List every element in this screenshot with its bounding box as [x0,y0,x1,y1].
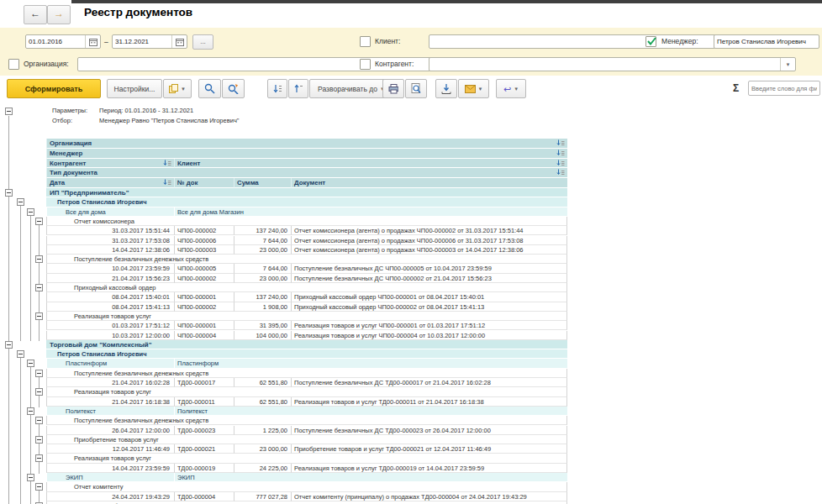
cell-sum[interactable]: 23 000,00 [234,274,291,283]
cell-date[interactable]: 08.04.2017 15:41:13 [46,302,174,312]
search-button[interactable] [198,79,221,98]
report-row[interactable]: Приобретение товаров услуг [0,435,822,444]
cell-sum[interactable]: 24 225,00 [234,464,291,473]
cell-docnum[interactable]: ЧП00-000001 [174,292,234,302]
header-manager[interactable]: Менеджер [46,149,567,159]
header-client[interactable]: Клиент [174,159,567,169]
expand-to-dropdown[interactable]: Разворачивать до▼ [309,79,393,98]
cell-document[interactable]: Приходный кассовый ордер ЧП00-000001 от … [291,292,567,302]
cell-date[interactable]: 01.03.2017 17:51:12 [46,321,174,330]
contragent-combobox[interactable]: ▾ [429,57,796,71]
tree-collapse-box[interactable] [27,407,34,415]
cell-group-label[interactable]: Поступление безналичных денежных средств [46,255,567,264]
save-button[interactable] [435,79,457,98]
sort-icon[interactable] [556,169,565,178]
cell-contragent-group[interactable]: Пластинформ [46,359,174,368]
collapse-rows-button[interactable] [288,79,308,98]
generate-button[interactable]: Сформировать [7,79,101,98]
report-row[interactable]: 31.03.2017 17:53:08ЧП00-0000067 644,00От… [0,236,822,245]
header-document[interactable]: Документ [291,178,567,188]
cell-docnum[interactable]: ТД00-000023 [174,426,234,435]
cell-document[interactable]: Приобретение товаров и услуг ТД00-000021… [291,444,567,454]
forward-button[interactable]: → [47,5,71,24]
report-row[interactable]: Торговый дом "Комплексный" [0,340,822,349]
cell-sum[interactable]: 23 000,00 [234,245,291,255]
report-row[interactable]: 01.03.2017 17:51:12ЧП00-00000131 395,00Р… [0,321,822,330]
date-to-field[interactable]: 31.12.2021 [112,34,187,49]
settings-button[interactable]: Настройки... [107,79,162,98]
cell-document[interactable]: Поступление безналичных ДС ЧП00-000002 о… [291,274,567,283]
header-docnum[interactable]: № док [174,178,234,188]
report-row[interactable]: Отчет комитенту [0,482,822,491]
cell-sum[interactable]: 104 000,00 [234,331,291,340]
cell-document[interactable]: Отчет комиссионера (агента) о продажах Ч… [291,236,567,245]
cell-group-label[interactable]: Петров Станислав Игоревич [46,349,567,359]
tree-collapse-box[interactable] [5,189,13,197]
report-row[interactable]: Реализация товаров услуг [0,387,822,396]
cell-docnum[interactable]: ЧП00-000005 [174,264,234,273]
cell-group-label[interactable]: Поступление безналичных денежных средств [46,369,567,378]
cell-date[interactable]: 21.04.2017 16:02:28 [46,378,174,387]
cell-sum[interactable]: 137 240,00 [234,292,291,302]
report-row[interactable]: ПластинформПластинформ [0,359,822,368]
cell-docnum[interactable]: ТД00-000021 [174,444,234,454]
report-row[interactable]: Приходный кассовый ордер [0,283,822,292]
cell-document[interactable]: Реализация товаров и услуг ТД00-000011 о… [291,397,567,407]
report-row[interactable]: Петров Станислав Игоревич [0,349,822,359]
report-row[interactable]: 21.04.2017 16:18:38ТД00-00001162 551,80Р… [0,397,822,407]
report-row[interactable]: Реализация товаров услуг [0,454,822,463]
cell-docnum[interactable]: ЧП00-000002 [174,274,234,283]
cell-date[interactable]: 14.04.2017 23:59:59 [46,464,174,473]
tree-collapse-box[interactable] [27,208,34,216]
tree-collapse-box[interactable] [35,218,43,225]
cell-group-label[interactable]: Реализация товаров услуг [46,387,567,396]
date-from-field[interactable]: 01.01.2016 [25,34,101,49]
report-row[interactable]: Поступление безналичных денежных средств [0,369,822,378]
cell-group-label[interactable]: Петров Станислав Игоревич [46,197,567,207]
print-button[interactable] [382,79,404,98]
report-row[interactable]: 14.04.2017 23:59:59ТД00-00001924 225,00Р… [0,464,822,473]
tree-collapse-box[interactable] [27,474,34,481]
cell-date[interactable]: 08.04.2017 15:40:01 [46,292,174,302]
report-row[interactable]: 10.03.2017 12:00:00ЧП00-000004104 000,00… [0,331,822,340]
tree-collapse-box[interactable] [35,388,43,396]
tree-collapse-box[interactable] [35,417,43,424]
cell-document[interactable]: Реализация товаров и услуг ТД00-000019 о… [291,464,567,473]
report-row[interactable]: 10.04.2017 23:59:59ЧП00-0000057 644,00По… [0,264,822,273]
cell-client-group[interactable]: ЭКИП [174,473,567,482]
tree-collapse-box[interactable] [17,198,24,206]
report-row[interactable]: 31.03.2017 15:51:44ЧП00-000002137 240,00… [0,226,822,235]
cell-docnum[interactable]: ЧП00-000003 [174,245,234,255]
tree-collapse-box[interactable] [35,255,43,263]
sort-icon[interactable] [556,139,565,149]
tree-collapse-box[interactable] [35,370,43,377]
cell-contragent-group[interactable]: Политекст [46,407,174,416]
search-next-button[interactable] [222,79,245,98]
report-row[interactable]: Петров Станислав Игоревич [0,197,822,207]
cell-document[interactable]: Отчет комитенту (принципалу) о продажах … [291,492,567,501]
cell-date[interactable]: 21.04.2017 16:18:38 [46,397,174,407]
cell-group-label[interactable]: ИП "Предприниматель" [46,188,567,197]
report-row[interactable]: Реализация товаров услуг [0,312,822,321]
cell-document[interactable]: Приходный кассовый ордер ЧП00-000002 от … [291,302,567,312]
cell-sum[interactable]: 1 225,00 [234,426,291,435]
cell-date[interactable]: 31.03.2017 15:51:44 [46,226,174,235]
cell-group-label[interactable]: Приходный кассовый ордер [46,283,567,292]
report-row[interactable]: 21.04.2017 15:56:23ЧП00-00000223 000,00П… [0,274,822,283]
cell-docnum[interactable]: ТД00-000019 [174,464,234,473]
report-row[interactable]: 24.04.2017 19:43:29ТД00-000004777 027,28… [0,492,822,501]
report-row[interactable]: 26.04.2017 12:00:00ТД00-0000231 225,00По… [0,426,822,435]
cell-sum[interactable]: 1 908,00 [234,302,291,312]
cell-docnum[interactable]: ЧП00-000002 [174,302,234,312]
header-organization[interactable]: Организация [46,139,567,149]
report-row[interactable]: 08.04.2017 15:40:01ЧП00-000001137 240,00… [0,292,822,302]
report-row[interactable]: Отчет комиссионера [0,217,822,226]
cell-sum[interactable]: 137 240,00 [234,226,291,235]
cell-date[interactable]: 10.03.2017 12:00:00 [46,331,174,340]
cell-docnum[interactable]: ЧП00-000002 [174,226,234,235]
report-row[interactable]: 08.04.2017 15:41:13ЧП00-0000021 908,00Пр… [0,302,822,312]
date-from-value[interactable]: 01.01.2016 [26,38,85,45]
tree-collapse-box[interactable] [35,284,43,291]
manager-value[interactable]: Петров Станислав Игоревич [714,38,819,45]
cell-client-group[interactable]: Пластинформ [174,359,567,368]
